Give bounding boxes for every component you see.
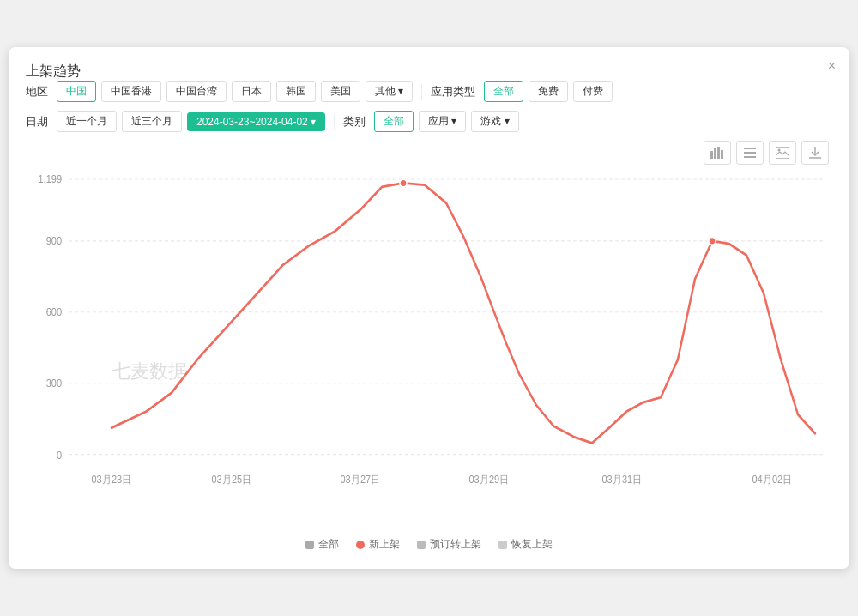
chart-container: 七麦数据 0 300 600 900 1,199 03月23日 03月25日 0… xyxy=(26,170,832,530)
region-china[interactable]: 中国 xyxy=(57,81,96,102)
legend-all: 全部 xyxy=(305,537,339,552)
bar-chart-button[interactable] xyxy=(704,141,731,165)
region-korea[interactable]: 韩国 xyxy=(276,81,316,102)
legend-label-new: 新上架 xyxy=(369,537,400,552)
legend-label-all: 全部 xyxy=(318,537,339,552)
svg-point-27 xyxy=(400,179,407,187)
legend-dot-all xyxy=(305,541,314,549)
legend-label-preorder: 预订转上架 xyxy=(430,537,481,552)
list-icon xyxy=(744,148,756,158)
svg-text:04月02日: 04月02日 xyxy=(752,474,792,485)
app-type-paid[interactable]: 付费 xyxy=(573,81,613,102)
chart-toolbar xyxy=(26,141,832,165)
svg-text:300: 300 xyxy=(46,378,62,390)
region-other[interactable]: 其他 ▾ xyxy=(366,81,413,102)
date-label: 日期 xyxy=(26,114,48,130)
legend-new: 新上架 xyxy=(356,537,400,552)
region-japan[interactable]: 日本 xyxy=(232,81,271,102)
svg-text:900: 900 xyxy=(46,236,62,247)
category-label: 类别 xyxy=(343,114,366,130)
svg-text:0: 0 xyxy=(57,450,62,462)
download-icon xyxy=(809,147,821,159)
svg-rect-7 xyxy=(776,147,789,159)
app-type-free[interactable]: 免费 xyxy=(529,81,568,102)
list-button[interactable] xyxy=(736,141,764,165)
date-one-month[interactable]: 近一个月 xyxy=(57,111,117,132)
svg-text:03月31日: 03月31日 xyxy=(601,474,642,485)
line-chart: 0 300 600 900 1,199 03月23日 03月25日 03月27日… xyxy=(26,170,832,530)
svg-rect-4 xyxy=(744,148,756,149)
region-usa[interactable]: 美国 xyxy=(321,81,360,102)
svg-rect-3 xyxy=(721,150,723,159)
chart-legend: 全部 新上架 预订转上架 恢复上架 xyxy=(26,537,832,552)
svg-rect-2 xyxy=(717,147,720,159)
app-type-label: 应用类型 xyxy=(431,84,475,100)
region-filter-row: 地区 中国 中国香港 中国台湾 日本 韩国 美国 其他 ▾ 应用类型 全部 免费… xyxy=(26,81,832,102)
svg-text:03月25日: 03月25日 xyxy=(211,474,251,485)
svg-rect-1 xyxy=(714,148,716,159)
svg-rect-5 xyxy=(744,152,756,154)
svg-rect-0 xyxy=(710,151,713,159)
date-three-months[interactable]: 近三个月 xyxy=(122,111,182,132)
svg-point-28 xyxy=(709,237,716,245)
region-label: 地区 xyxy=(26,84,48,100)
region-tw[interactable]: 中国台湾 xyxy=(166,81,227,102)
svg-point-8 xyxy=(778,149,781,152)
legend-dot-restore xyxy=(498,541,507,549)
legend-dot-preorder xyxy=(417,541,426,549)
svg-text:03月27日: 03月27日 xyxy=(340,474,380,485)
panel-title: 上架趋势 xyxy=(26,63,81,78)
region-hk[interactable]: 中国香港 xyxy=(101,81,161,102)
legend-label-restore: 恢复上架 xyxy=(511,537,553,552)
svg-text:1,199: 1,199 xyxy=(38,174,62,185)
svg-text:03月23日: 03月23日 xyxy=(91,474,131,485)
app-type-all[interactable]: 全部 xyxy=(484,81,523,102)
legend-restore: 恢复上架 xyxy=(498,537,553,552)
divider xyxy=(421,84,422,100)
category-app[interactable]: 应用 ▾ xyxy=(419,111,466,132)
svg-rect-6 xyxy=(744,156,756,158)
svg-text:600: 600 xyxy=(46,307,62,318)
date-range-picker[interactable]: 2024-03-23~2024-04-02 ▾ xyxy=(187,112,325,131)
download-button[interactable] xyxy=(801,141,829,165)
category-all[interactable]: 全部 xyxy=(374,111,414,132)
close-button[interactable]: × xyxy=(828,59,836,73)
main-panel: 上架趋势 × 地区 中国 中国香港 中国台湾 日本 韩国 美国 其他 ▾ 应用类… xyxy=(9,47,849,569)
legend-preorder: 预订转上架 xyxy=(417,537,481,552)
bar-chart-icon xyxy=(710,147,724,159)
image-icon xyxy=(776,147,789,159)
category-game[interactable]: 游戏 ▾ xyxy=(471,111,518,132)
image-button[interactable] xyxy=(769,141,796,165)
divider2 xyxy=(334,114,335,130)
legend-dot-new xyxy=(356,541,365,549)
date-filter-row: 日期 近一个月 近三个月 2024-03-23~2024-04-02 ▾ 类别 … xyxy=(26,111,832,132)
svg-text:03月29日: 03月29日 xyxy=(468,474,509,485)
